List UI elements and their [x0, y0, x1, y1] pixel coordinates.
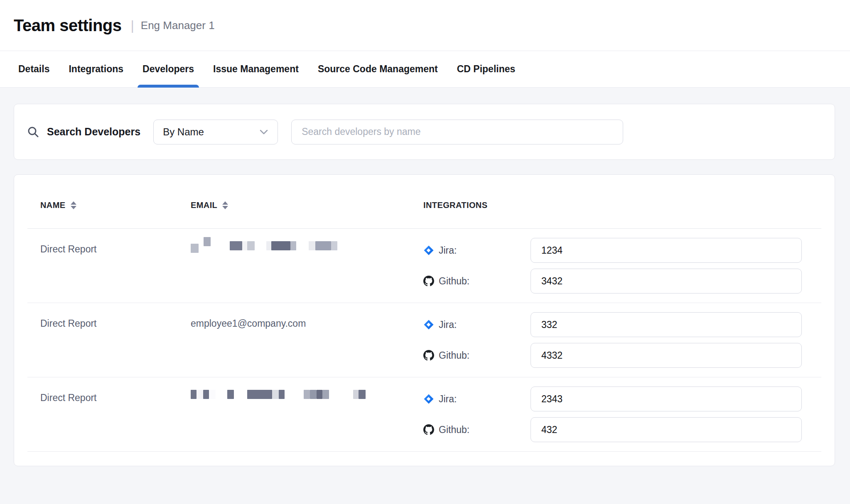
column-label-email: EMAIL: [191, 201, 217, 210]
jira-integration: Jira:: [423, 238, 821, 263]
column-label-name: NAME: [40, 201, 66, 210]
github-label: Github:: [439, 350, 469, 361]
jira-label: Jira:: [439, 394, 457, 405]
column-header-name[interactable]: NAME: [40, 201, 191, 210]
table-row: Direct Report: [27, 229, 821, 303]
jira-label: Jira:: [439, 245, 457, 256]
column-header-integrations: INTEGRATIONS: [423, 201, 821, 210]
github-id-input[interactable]: [531, 417, 802, 442]
search-filter-value: By Name: [163, 126, 204, 138]
jira-icon: [423, 245, 434, 256]
sort-icon[interactable]: [71, 201, 76, 209]
github-label: Github:: [439, 276, 469, 287]
github-id-input[interactable]: [531, 343, 802, 368]
search-input[interactable]: [291, 120, 623, 144]
tab-integrations[interactable]: Integrations: [62, 51, 130, 87]
column-label-integrations: INTEGRATIONS: [423, 201, 487, 210]
jira-id-input[interactable]: [531, 312, 802, 337]
search-section: Search Developers By Name: [14, 104, 835, 160]
github-integration: Github:: [423, 343, 821, 368]
github-label: Github:: [439, 424, 469, 435]
table-row: Direct Report employee1@company.com: [27, 303, 821, 377]
tab-cd-pipelines[interactable]: CD Pipelines: [450, 51, 522, 87]
developer-email: employee1@company.com: [191, 312, 423, 368]
github-icon: [423, 350, 434, 361]
integrations-cell: Jira: Github:: [423, 312, 821, 368]
tab-bar: Details Integrations Developers Issue Ma…: [0, 51, 850, 88]
jira-id-input[interactable]: [531, 387, 802, 411]
integrations-cell: Jira: Github:: [423, 238, 821, 294]
tab-developers[interactable]: Developers: [136, 51, 201, 87]
page-header: Team settings | Eng Manager 1: [0, 0, 850, 51]
tab-source-code-management[interactable]: Source Code Management: [311, 51, 445, 87]
developer-email-redacted: [191, 238, 423, 294]
integrations-cell: Jira: Github:: [423, 387, 821, 442]
developers-table: NAME EMAIL INTEGRATIONS Direct Report: [14, 174, 835, 466]
team-name: Eng Manager 1: [141, 19, 215, 32]
jira-label: Jira:: [439, 319, 457, 330]
github-icon: [423, 424, 434, 435]
sort-icon[interactable]: [222, 201, 228, 209]
github-id-input[interactable]: [531, 269, 802, 294]
table-row: Direct Report: [27, 377, 821, 452]
jira-icon: [423, 394, 434, 404]
github-integration: Github:: [423, 269, 821, 294]
tab-details[interactable]: Details: [12, 51, 56, 87]
search-icon: [27, 125, 40, 139]
search-filter-dropdown[interactable]: By Name: [153, 120, 278, 144]
chevron-down-icon: [259, 129, 268, 135]
developer-name: Direct Report: [40, 238, 191, 294]
jira-integration: Jira:: [423, 312, 821, 337]
jira-integration: Jira:: [423, 387, 821, 411]
title-separator: |: [131, 18, 134, 33]
page-title: Team settings: [14, 16, 122, 35]
column-header-email[interactable]: EMAIL: [191, 201, 423, 210]
developer-email-redacted: [191, 387, 423, 442]
jira-id-input[interactable]: [531, 238, 802, 263]
developer-name: Direct Report: [40, 387, 191, 442]
table-header-row: NAME EMAIL INTEGRATIONS: [27, 175, 821, 229]
tab-issue-management[interactable]: Issue Management: [206, 51, 305, 87]
content-area: Search Developers By Name NAME EMAIL INT…: [0, 88, 850, 504]
jira-icon: [423, 319, 434, 330]
github-integration: Github:: [423, 417, 821, 442]
search-label: Search Developers: [47, 126, 140, 138]
developer-name: Direct Report: [40, 312, 191, 368]
github-icon: [423, 276, 434, 286]
